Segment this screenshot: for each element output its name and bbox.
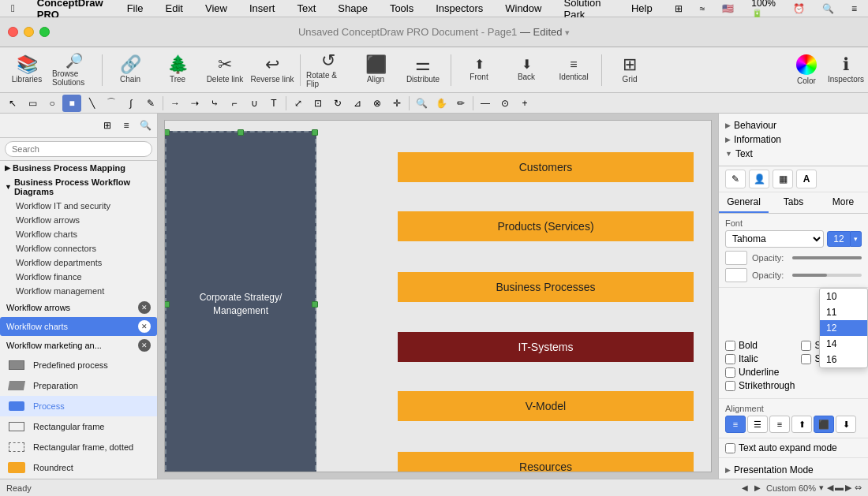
- freehand-tool[interactable]: ✎: [141, 95, 160, 112]
- minimize-button[interactable]: [24, 27, 34, 37]
- curve-connector[interactable]: ∪: [245, 95, 264, 112]
- search-icon[interactable]: 🔍: [817, 2, 839, 15]
- align-middle-btn[interactable]: ⬛: [814, 416, 834, 433]
- sidebar-item-business-process-mapping[interactable]: ▶ Business Process Mapping: [0, 161, 157, 175]
- color-swatch-2[interactable]: [725, 268, 747, 282]
- pinned-workflow-charts[interactable]: Workflow charts ✕: [0, 317, 157, 336]
- shape-preparation[interactable]: Preparation: [0, 375, 157, 396]
- align-left-btn[interactable]: ≡: [725, 416, 746, 433]
- distribute-button[interactable]: ⚌ Distribute: [401, 50, 445, 91]
- rect-tool[interactable]: ▭: [23, 95, 42, 112]
- expand-checkbox[interactable]: [725, 443, 735, 453]
- menu-inspectors[interactable]: Inspectors: [431, 2, 488, 15]
- shape-process[interactable]: Process: [0, 396, 157, 416]
- subscript-checkbox[interactable]: [801, 354, 811, 364]
- rp-font-icon-btn[interactable]: A: [796, 170, 817, 188]
- align-center-btn[interactable]: ☰: [747, 416, 768, 433]
- menu-window[interactable]: Window: [500, 2, 546, 15]
- menu-view[interactable]: View: [200, 2, 232, 15]
- sidebar-item-workflow-arrows-tree[interactable]: Workflow arrows: [0, 213, 157, 227]
- delete-link-button[interactable]: ✂ Delete link: [203, 50, 247, 91]
- shape-roundrect[interactable]: Roundrect: [0, 457, 157, 478]
- font-family-select[interactable]: Tahoma: [725, 230, 824, 248]
- handle-tm[interactable]: [238, 129, 244, 136]
- bold-checkbox[interactable]: [725, 341, 735, 351]
- color-button[interactable]: Color: [789, 50, 824, 91]
- skew-tool[interactable]: ⊿: [348, 95, 367, 112]
- italic-checkbox[interactable]: [725, 354, 735, 364]
- scale-tool[interactable]: ⊡: [309, 95, 327, 112]
- pinned-workflow-arrows[interactable]: Workflow arrows ✕: [0, 298, 157, 317]
- back-button[interactable]: ⬇ Back: [504, 50, 548, 91]
- text-tool[interactable]: T: [264, 95, 283, 112]
- resources-box[interactable]: Resources: [398, 452, 694, 472]
- rp-information[interactable]: ▶ Information: [725, 132, 862, 147]
- handle-tr[interactable]: [312, 129, 318, 136]
- shape-rect-frame[interactable]: Rectangular frame: [0, 416, 157, 437]
- panel-resize[interactable]: ⇔: [855, 483, 862, 493]
- font-size-option-10[interactable]: 10: [820, 289, 867, 304]
- menu-edit[interactable]: Edit: [161, 2, 188, 15]
- tree-button[interactable]: 🌲 Tree: [155, 50, 200, 91]
- ellipse-tool[interactable]: ○: [43, 95, 62, 112]
- align-top-btn[interactable]: ⬆: [791, 416, 812, 433]
- menu-insert[interactable]: Insert: [245, 2, 280, 15]
- rotate-tool[interactable]: ↻: [328, 95, 347, 112]
- canvas-background[interactable]: Corporate Strategy/Management Customers …: [165, 121, 711, 472]
- sidebar-item-workflow-diagrams[interactable]: ▼ Business Process Workflow Diagrams: [0, 175, 157, 199]
- tab-tabs[interactable]: Tabs: [769, 192, 818, 213]
- handle-tl[interactable]: [164, 129, 170, 136]
- search-input[interactable]: [5, 141, 152, 157]
- identical-button[interactable]: ≡ Identical: [552, 50, 596, 91]
- sidebar-item-workflow-it[interactable]: Workflow IT and security: [0, 199, 157, 213]
- rp-pencil-icon-btn[interactable]: ✎: [725, 170, 746, 188]
- font-size-option-16[interactable]: 16: [820, 352, 867, 367]
- tab-more[interactable]: More: [818, 192, 868, 213]
- crop-tool[interactable]: ⊗: [368, 95, 387, 112]
- connector-tool[interactable]: ⤷: [205, 95, 224, 112]
- pin-badge-2[interactable]: ✕: [138, 320, 151, 333]
- line-tool[interactable]: ╲: [82, 95, 101, 112]
- resize-tool[interactable]: ⤢: [289, 95, 308, 112]
- rp-behaviour[interactable]: ▶ Behaviour: [725, 118, 862, 132]
- sidebar-item-workflow-charts-tree[interactable]: Workflow charts: [0, 227, 157, 241]
- font-size-option-14[interactable]: 14: [820, 336, 867, 352]
- tab-general[interactable]: General: [719, 192, 769, 213]
- shape-predefined-process[interactable]: Predefined process: [0, 355, 157, 375]
- sidebar-item-workflow-finance[interactable]: Workflow finance: [0, 270, 157, 284]
- rp-table-icon-btn[interactable]: ▦: [773, 170, 793, 188]
- corner-tool[interactable]: ⌐: [225, 95, 244, 112]
- reverse-link-button[interactable]: ↩ Reverse link: [250, 50, 294, 91]
- align-button[interactable]: ⬛ Align: [354, 50, 398, 91]
- page-prev[interactable]: ◀: [739, 483, 750, 494]
- pointer-tool[interactable]: ↖: [3, 95, 22, 112]
- scroll-right[interactable]: ▶: [845, 483, 851, 493]
- bezier-tool[interactable]: ∫: [122, 95, 140, 112]
- font-size-dropdown-arrow[interactable]: ▾: [851, 231, 862, 247]
- scroll-left[interactable]: ◀: [827, 483, 833, 493]
- handle-mr[interactable]: [312, 301, 318, 308]
- menu-tools[interactable]: Tools: [385, 2, 418, 15]
- sidebar-item-workflow-departments[interactable]: Workflow departments: [0, 255, 157, 270]
- libraries-button[interactable]: 📚 Libraries: [5, 50, 49, 91]
- color-swatch-1[interactable]: [725, 251, 747, 265]
- sidebar-item-workflow-connectors[interactable]: Workflow connectors: [0, 241, 157, 255]
- inspectors-button[interactable]: ℹ Inspectors: [829, 50, 863, 91]
- canvas[interactable]: Corporate Strategy/Management Customers …: [158, 114, 718, 479]
- chain-button[interactable]: 🔗 Chain: [108, 50, 152, 91]
- front-button[interactable]: ⬆ Front: [457, 50, 501, 91]
- browse-solutions-button[interactable]: 🔎 Browse Solutions: [52, 50, 96, 91]
- rp-text[interactable]: ▼ Text: [725, 147, 862, 161]
- business-processes-box[interactable]: Business Processes: [398, 272, 694, 302]
- pin-badge-3[interactable]: ✕: [138, 339, 151, 352]
- font-size-option-11[interactable]: 11: [820, 304, 867, 320]
- opacity-slider-2[interactable]: [792, 274, 862, 277]
- control-strip[interactable]: ≡: [847, 2, 862, 15]
- explode-tool[interactable]: ✛: [387, 95, 406, 112]
- close-button[interactable]: [8, 27, 18, 37]
- align-right-btn[interactable]: ≡: [769, 416, 790, 433]
- menu-help[interactable]: Help: [627, 2, 657, 15]
- shape-rect-dotted[interactable]: Rectangular frame, dotted: [0, 437, 157, 457]
- page-next[interactable]: ▶: [752, 483, 763, 494]
- strikethrough-checkbox[interactable]: [725, 381, 735, 391]
